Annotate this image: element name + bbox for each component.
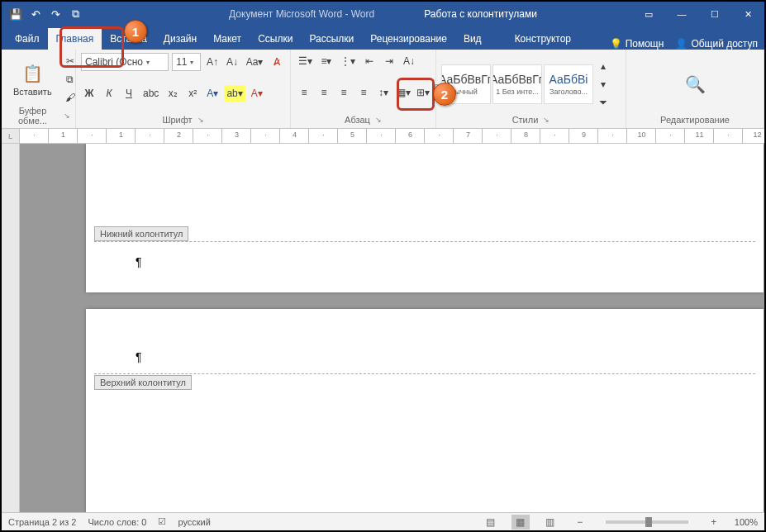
clipboard-launcher-icon[interactable]: ↘ (64, 112, 70, 120)
status-language[interactable]: русский (178, 517, 210, 527)
status-words[interactable]: Число слов: 0 (88, 517, 146, 527)
redo-icon[interactable]: ↷ (48, 7, 63, 21)
underline-button[interactable]: Ч (121, 85, 137, 102)
bullets-icon[interactable]: ☰▾ (296, 53, 315, 69)
tell-me[interactable]: 💡 Помощн (610, 38, 664, 50)
paste-label: Вставить (13, 87, 52, 97)
chevron-down-icon: ▾ (190, 59, 193, 66)
callout-badge-1: 1 (124, 20, 147, 43)
align-right-icon[interactable]: ≡ (335, 84, 352, 101)
font-size-combo[interactable]: 11▾ (172, 53, 201, 71)
paste-button[interactable]: 📋 Вставить (7, 60, 59, 98)
view-print-icon[interactable]: ▦ (511, 515, 530, 530)
style-heading[interactable]: АаБбВіЗаголово... (544, 64, 593, 104)
horizontal-ruler[interactable]: L ·1·1·2·3·4·5·6·7·8·9·10·11·12·13·14·15… (2, 129, 764, 144)
sort-icon[interactable]: A↓ (401, 53, 417, 69)
paragraph-launcher-icon[interactable]: ↘ (375, 116, 382, 124)
tab-design[interactable]: Дизайн (155, 28, 205, 50)
line-spacing-icon[interactable]: ↕▾ (375, 84, 392, 101)
maximize-icon[interactable]: ☐ (698, 2, 731, 26)
strikethrough-icon[interactable]: abc (140, 85, 161, 102)
highlight-icon[interactable]: ab▾ (224, 85, 245, 102)
zoom-out-icon[interactable]: − (571, 515, 589, 530)
find-button[interactable]: 🔍 (631, 53, 759, 115)
multilevel-icon[interactable]: ⋮▾ (338, 53, 358, 69)
increase-indent-icon[interactable]: ⇥ (381, 53, 397, 69)
status-page[interactable]: Страница 2 из 2 (8, 517, 76, 527)
clear-format-icon[interactable]: A̷ (269, 54, 285, 70)
bold-button[interactable]: Ж (81, 85, 98, 102)
close-icon[interactable]: ✕ (731, 2, 764, 26)
window-controls: ▭ — ☐ ✕ (632, 2, 764, 26)
vertical-ruler[interactable] (2, 144, 20, 512)
share-label: Общий доступ (691, 38, 758, 50)
view-read-icon[interactable]: ▤ (482, 515, 500, 530)
footer-boundary (94, 241, 755, 242)
zoom-in-icon[interactable]: + (705, 515, 723, 530)
tab-view[interactable]: Вид (455, 28, 490, 50)
tab-mailings[interactable]: Рассылки (301, 28, 362, 50)
styles-up-icon[interactable]: ▴ (595, 58, 611, 74)
hruler-track: ·1·1·2·3·4·5·6·7·8·9·10·11·12·13·14·15·1… (20, 129, 764, 143)
share-icon: 👤 (675, 38, 687, 50)
undo-icon[interactable]: ↶ (28, 7, 43, 21)
ruler-corner: L (2, 129, 20, 143)
zoom-level[interactable]: 100% (735, 517, 758, 527)
qat-more-icon[interactable]: ⧉ (68, 7, 83, 21)
contextual-tab-title: Работа с колонтитулами (424, 8, 537, 20)
tab-constructor[interactable]: Конструктор (507, 28, 579, 50)
header-boundary (94, 373, 755, 374)
zoom-thumb[interactable] (645, 517, 652, 527)
page-container[interactable]: Нижний колонтитул ¶ ¶ Верхний колонтитул (20, 144, 764, 512)
page-2[interactable]: ¶ Верхний колонтитул (86, 309, 764, 512)
styles-down-icon[interactable]: ▾ (595, 76, 611, 93)
superscript-icon[interactable]: x² (184, 85, 201, 102)
tab-layout[interactable]: Макет (205, 28, 250, 50)
pilcrow-mark: ¶ (136, 255, 142, 268)
status-bar: Страница 2 из 2 Число слов: 0 ☑ русский … (2, 512, 764, 530)
shrink-font-icon[interactable]: A↓ (224, 54, 240, 70)
clipboard-icon: 📋 (21, 62, 44, 85)
chevron-down-icon: ▾ (146, 59, 150, 66)
footer-label-tag[interactable]: Нижний колонтитул (94, 226, 188, 241)
justify-icon[interactable]: ≡ (355, 84, 372, 101)
zoom-slider[interactable] (606, 520, 688, 524)
tab-references[interactable]: Ссылки (250, 28, 301, 50)
quick-access-toolbar: 💾 ↶ ↷ ⧉ (2, 7, 89, 21)
grow-font-icon[interactable]: A↑ (204, 54, 221, 70)
document-title: Документ Microsoft Word - Word (229, 8, 374, 20)
share-button[interactable]: 👤 Общий доступ (675, 38, 758, 50)
status-proofing-icon[interactable]: ☑ (158, 516, 166, 527)
view-web-icon[interactable]: ▥ (541, 515, 559, 530)
italic-button[interactable]: К (101, 85, 117, 102)
pilcrow-mark: ¶ (136, 350, 142, 363)
lightbulb-icon: 💡 (610, 38, 622, 50)
font-color-icon[interactable]: A▾ (249, 85, 265, 102)
change-case-icon[interactable]: Aa▾ (244, 54, 265, 70)
font-launcher-icon[interactable]: ↘ (197, 116, 204, 124)
style-no-spacing[interactable]: АаБбВвГг,1 Без инте... (492, 64, 542, 104)
numbering-icon[interactable]: ≡▾ (318, 53, 335, 69)
align-left-icon[interactable]: ≡ (296, 84, 312, 101)
save-icon[interactable]: 💾 (8, 7, 23, 21)
tab-file[interactable]: Файл (7, 28, 48, 50)
editing-group-label: Редактирование (660, 115, 730, 125)
decrease-indent-icon[interactable]: ⇤ (361, 53, 378, 69)
styles-group-label: Стили (512, 115, 539, 125)
paragraph-group-label: Абзац (345, 115, 370, 125)
ribbon-options-icon[interactable]: ▭ (632, 2, 665, 26)
tell-me-label: Помощн (626, 38, 664, 50)
styles-launcher-icon[interactable]: ↘ (543, 116, 550, 124)
minimize-icon[interactable]: — (665, 2, 698, 26)
header-label-tag[interactable]: Верхний колонтитул (94, 375, 192, 390)
clipboard-group-label: Буфер обме... (7, 106, 59, 126)
title-bar: 💾 ↶ ↷ ⧉ Документ Microsoft Word - Word Р… (2, 2, 764, 26)
font-size-value: 11 (176, 56, 187, 68)
styles-more-icon[interactable]: ⏷ (595, 94, 611, 111)
search-icon: 🔍 (683, 73, 707, 96)
page-1[interactable]: Нижний колонтитул ¶ (86, 144, 764, 292)
subscript-icon[interactable]: x₂ (164, 85, 181, 102)
tab-review[interactable]: Рецензирование (362, 28, 455, 50)
align-center-icon[interactable]: ≡ (316, 84, 332, 101)
text-effects-icon[interactable]: A▾ (204, 85, 221, 102)
